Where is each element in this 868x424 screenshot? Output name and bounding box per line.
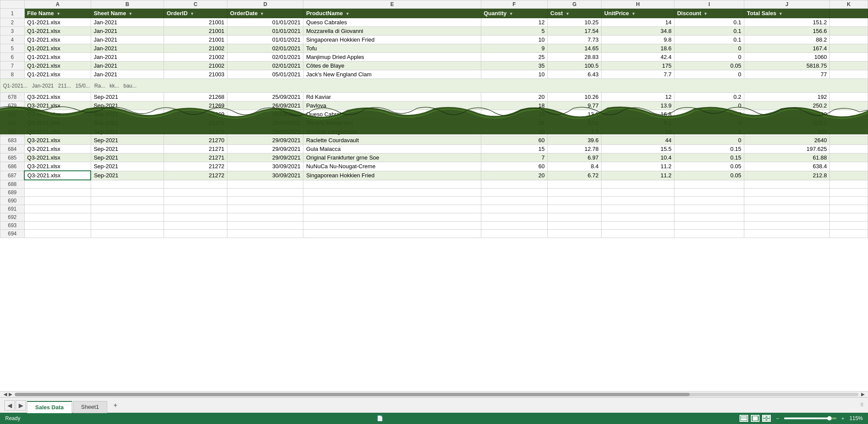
empty-cell[interactable] xyxy=(91,188,164,196)
empty-cell[interactable] xyxy=(481,188,547,196)
empty-cell[interactable] xyxy=(91,196,164,205)
cell[interactable]: 12 xyxy=(481,18,547,27)
cell[interactable]: 250.2 xyxy=(744,101,829,110)
cell[interactable]: 15 xyxy=(481,145,547,153)
empty-cell[interactable] xyxy=(481,196,547,205)
empty-cell[interactable] xyxy=(24,180,91,188)
scroll-thumb[interactable] xyxy=(15,393,690,396)
cell[interactable]: 0 xyxy=(674,119,744,127)
empty-cell[interactable] xyxy=(227,221,303,229)
empty-cell[interactable] xyxy=(24,221,91,229)
empty-cell[interactable] xyxy=(303,229,481,238)
cell[interactable]: 300 xyxy=(744,127,829,136)
cell[interactable]: Q1-2021.xlsx xyxy=(24,27,91,36)
empty-cell[interactable] xyxy=(602,221,674,229)
cell[interactable]: Original Frankfurter grne Soe xyxy=(303,153,481,162)
cell[interactable]: Sep-2021 xyxy=(91,171,164,180)
cell[interactable]: 0.15 xyxy=(674,145,744,153)
header-unit-price[interactable]: UnitPrice ▾ xyxy=(602,9,674,18)
cell[interactable]: 30 xyxy=(481,127,547,136)
cell[interactable]: 10.4 xyxy=(602,153,674,162)
cell[interactable]: 60 xyxy=(481,162,547,171)
cell[interactable]: 36 xyxy=(481,119,547,127)
cell[interactable]: 20 xyxy=(481,171,547,180)
cell[interactable]: Q1-2021.xlsx xyxy=(24,36,91,44)
cell[interactable]: 151.2 xyxy=(744,18,829,27)
cell[interactable]: Jan-2021 xyxy=(91,18,164,27)
cell[interactable]: 189 xyxy=(744,110,829,119)
zoom-out-btn[interactable]: − xyxy=(776,416,779,421)
empty-cell[interactable] xyxy=(303,180,481,188)
header-cost[interactable]: Cost ▾ xyxy=(548,9,602,18)
cell[interactable]: 0.05 xyxy=(674,162,744,171)
empty-cell[interactable] xyxy=(744,213,829,221)
empty-cell[interactable] xyxy=(164,221,227,229)
cell[interactable]: 175 xyxy=(602,62,674,70)
empty-cell[interactable] xyxy=(303,196,481,205)
empty-cell[interactable] xyxy=(830,205,868,213)
empty-cell[interactable] xyxy=(227,205,303,213)
empty-cell[interactable] xyxy=(674,196,744,205)
empty-cell[interactable] xyxy=(227,213,303,221)
cell[interactable]: 21269 xyxy=(164,110,227,119)
empty-cell[interactable] xyxy=(674,221,744,229)
zoom-thumb[interactable] xyxy=(827,416,832,421)
cell[interactable]: 39.6 xyxy=(548,136,602,145)
cell[interactable]: 21001 xyxy=(164,27,227,36)
col-letter-a[interactable]: A xyxy=(24,0,91,9)
empty-cell[interactable] xyxy=(744,205,829,213)
cell[interactable]: Q1-2021.xlsx xyxy=(24,18,91,27)
empty-cell[interactable] xyxy=(164,180,227,188)
cell[interactable]: 25/09/2021 xyxy=(227,93,303,101)
empty-cell[interactable] xyxy=(548,213,602,221)
cell[interactable]: 16.8 xyxy=(602,110,674,119)
cell[interactable]: 61.88 xyxy=(744,153,829,162)
cell[interactable]: 12.78 xyxy=(548,145,602,153)
zoom-slider[interactable] xyxy=(784,417,836,419)
empty-cell[interactable] xyxy=(548,180,602,188)
cell[interactable] xyxy=(830,101,868,110)
cell[interactable]: Q3-2021.xlsx xyxy=(24,110,91,119)
cell[interactable]: 12 xyxy=(602,93,674,101)
cell[interactable]: 29/09/2021 xyxy=(227,119,303,127)
cell[interactable]: 01/01/2021 xyxy=(227,36,303,44)
cell[interactable]: 0.1 xyxy=(674,36,744,44)
empty-cell[interactable] xyxy=(744,229,829,238)
cell[interactable]: 14.65 xyxy=(548,44,602,53)
cell[interactable]: 29/09/2021 xyxy=(227,127,303,136)
cell[interactable]: 156.6 xyxy=(744,27,829,36)
cell[interactable]: 21002 xyxy=(164,44,227,53)
cell[interactable]: 77 xyxy=(744,70,829,79)
cell[interactable]: 21270 xyxy=(164,136,227,145)
filter-icon-discount[interactable]: ▾ xyxy=(704,11,707,16)
empty-cell[interactable] xyxy=(164,229,227,238)
cell[interactable]: 21001 xyxy=(164,18,227,27)
cell[interactable]: 0 xyxy=(674,53,744,62)
empty-cell[interactable] xyxy=(227,180,303,188)
empty-cell[interactable] xyxy=(24,229,91,238)
cell[interactable]: 7.7 xyxy=(548,127,602,136)
cell[interactable]: 02/01/2021 xyxy=(227,53,303,62)
cell[interactable]: Raclette Courdavault xyxy=(303,136,481,145)
filter-icon-file-name[interactable]: ▾ xyxy=(57,11,59,16)
cell[interactable]: Q3-2021.xlsx xyxy=(24,162,91,171)
cell[interactable]: Q1-2021.xlsx xyxy=(24,62,91,70)
empty-cell[interactable] xyxy=(548,205,602,213)
cell[interactable]: Rhnbru Klosterbier xyxy=(303,119,481,127)
cell[interactable]: 29/09/2021 xyxy=(227,136,303,145)
cell[interactable] xyxy=(830,53,868,62)
cell[interactable]: 30/09/2021 xyxy=(227,162,303,171)
col-letter-h[interactable]: H xyxy=(602,0,674,9)
cell[interactable]: Jan-2021 xyxy=(91,70,164,79)
empty-cell[interactable] xyxy=(602,229,674,238)
col-letter-g[interactable]: G xyxy=(548,0,602,9)
header-discount[interactable]: Discount ▾ xyxy=(674,9,744,18)
cell[interactable]: 2640 xyxy=(744,136,829,145)
empty-cell[interactable] xyxy=(830,196,868,205)
cell[interactable]: 18 xyxy=(481,101,547,110)
cell[interactable] xyxy=(830,136,868,145)
cell[interactable]: 18.6 xyxy=(602,44,674,53)
cell[interactable]: 192 xyxy=(744,93,829,101)
col-letter-j[interactable]: J xyxy=(744,0,829,9)
cell[interactable]: 638.4 xyxy=(744,162,829,171)
